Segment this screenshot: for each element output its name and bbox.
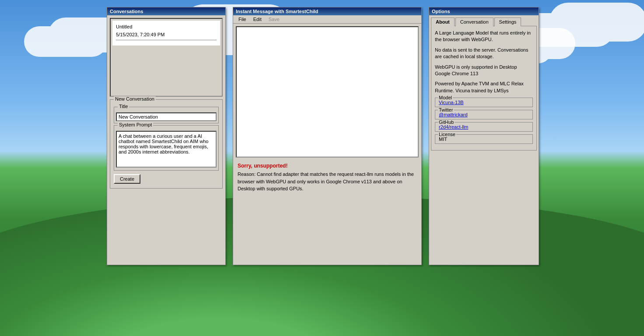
chat-title: Instant Message with SmartestChild	[236, 9, 318, 14]
create-button-container: Create	[113, 172, 220, 186]
conversation-item-title: Untitled	[116, 24, 217, 29]
conversations-panel: Conversations Untitled 5/15/2023, 7:20:4…	[107, 7, 226, 265]
cloud-1	[35, 26, 114, 52]
title-input[interactable]	[116, 112, 217, 121]
system-prompt-textarea[interactable]: A chat between a curious user and a AI c…	[116, 131, 217, 168]
about-desc3: WebGPU is only supported in Desktop Goog…	[435, 64, 533, 77]
options-title: Options	[432, 9, 450, 14]
options-tab-bar: About Conversation Settings	[429, 15, 539, 26]
system-prompt-groupbox: System Prompt A chat between a curious u…	[114, 125, 219, 171]
conversation-item-date: 5/15/2023, 7:20:49 PM	[116, 32, 217, 37]
twitter-groupbox: Twitter @mattrickard	[435, 110, 533, 119]
new-conversation-groupbox: New Conversation Title System Prompt A c…	[110, 99, 223, 189]
title-groupbox: Title	[114, 107, 219, 123]
about-tab-content: A Large Language Model that runs entirel…	[431, 26, 537, 150]
tab-about[interactable]: About	[431, 18, 455, 26]
twitter-link[interactable]: @mattrickard	[439, 112, 468, 117]
model-label: Model	[438, 95, 453, 100]
title-label: Title	[118, 104, 129, 109]
license-label: License	[438, 132, 456, 137]
conversations-title: Conversations	[110, 9, 143, 14]
menu-file[interactable]: File	[235, 16, 250, 23]
model-link[interactable]: Vicuna-13B	[439, 100, 464, 105]
menu-edit[interactable]: Edit	[250, 16, 265, 23]
options-panel: Options About Conversation Settings A La…	[429, 7, 539, 265]
github-link[interactable]: r2d4/react-llm	[439, 124, 468, 130]
license-groupbox: License MIT	[435, 134, 533, 144]
conversation-list: Untitled 5/15/2023, 7:20:49 PM	[110, 18, 223, 97]
cloud-4	[535, 13, 622, 42]
github-label: GitHub	[438, 119, 455, 125]
menu-save: Save	[265, 16, 283, 23]
conversations-titlebar: Conversations	[107, 7, 225, 15]
error-body: Reason: Cannot find adapter that matches…	[238, 171, 417, 192]
chat-menubar: File Edit Save	[233, 15, 421, 24]
new-conversation-label: New Conversation	[114, 96, 156, 102]
system-prompt-label: System Prompt	[118, 122, 153, 127]
license-value: MIT	[439, 136, 447, 142]
chat-titlebar: Instant Message with SmartestChild	[233, 7, 421, 15]
conversation-item[interactable]: Untitled 5/15/2023, 7:20:49 PM	[112, 21, 220, 46]
tab-settings[interactable]: Settings	[494, 18, 522, 26]
tab-conversation[interactable]: Conversation	[455, 18, 494, 26]
chat-panel: Instant Message with SmartestChild File …	[233, 7, 422, 265]
model-groupbox: Model Vicuna-13B	[435, 98, 533, 107]
create-button[interactable]: Create	[114, 174, 140, 184]
error-title: Sorry, unsupported!	[238, 163, 417, 169]
twitter-label: Twitter	[438, 107, 454, 112]
chat-message-area	[236, 26, 419, 158]
options-titlebar: Options	[429, 7, 539, 15]
about-desc4: Powered by Apache TVM and MLC Relax Runt…	[435, 80, 533, 94]
about-desc2: No data is sent to the server. Conversat…	[435, 47, 533, 60]
conversation-item-divider	[116, 40, 217, 40]
github-groupbox: GitHub r2d4/react-llm	[435, 122, 533, 132]
error-container: Sorry, unsupported! Reason: Cannot find …	[233, 160, 421, 195]
about-desc1: A Large Language Model that runs entirel…	[435, 30, 533, 43]
